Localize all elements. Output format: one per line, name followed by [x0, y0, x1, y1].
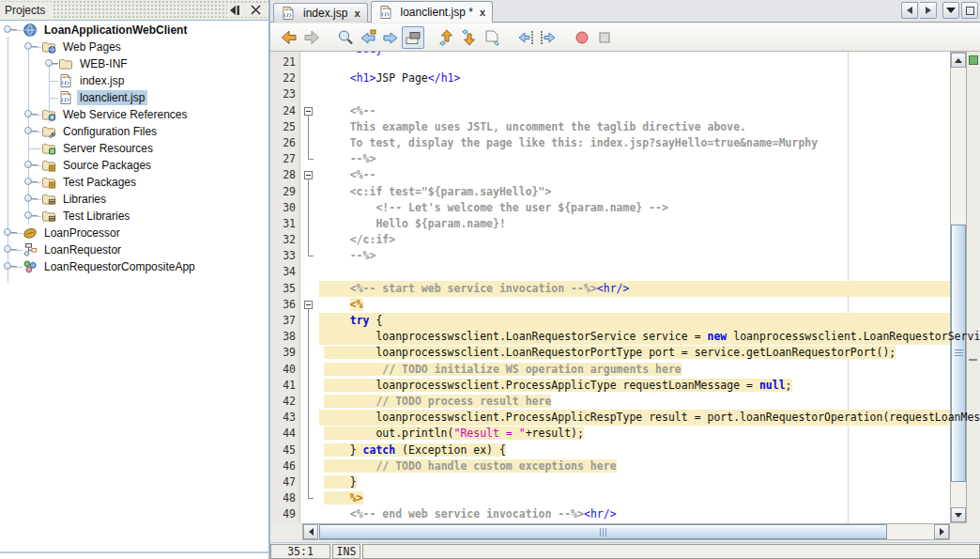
scroll-up-button[interactable]	[951, 53, 966, 68]
minimize-panel-icon[interactable]	[227, 4, 242, 17]
tree-item-loanrequestorcompositeapp[interactable]: LoanRequestorCompositeApp	[0, 258, 268, 275]
status-bar: 35:1 INS	[270, 542, 980, 559]
code-line-text: loanprocesswsclient.ProcessApplicRespTyp…	[324, 410, 980, 426]
back-button[interactable]	[278, 26, 300, 49]
tree-item-label: LoanRequestorCompositeApp	[41, 259, 198, 274]
code-line-25: 25 This example uses JSTL, uncomment the…	[270, 119, 950, 135]
code-line-49: 49 <%-- end web service invocation --%><…	[270, 506, 950, 522]
netbeans-window: Projects LoanApplicationWebClientWeb Pag…	[0, 0, 980, 559]
tree-expand-handle-icon[interactable]	[4, 245, 18, 255]
start-macro-recording-button[interactable]	[571, 26, 593, 49]
scroll-tabs-right-button[interactable]	[920, 2, 937, 19]
toggle-bookmark-button[interactable]	[481, 26, 503, 49]
code-line-45: 45 } catch (Exception ex) {	[270, 443, 950, 458]
scroll-down-button[interactable]	[951, 507, 966, 522]
tree-expand-handle-icon[interactable]	[24, 211, 38, 221]
scroll-right-button[interactable]	[934, 524, 949, 539]
folder-icon	[58, 56, 73, 71]
projects-panel-title: Projects	[0, 2, 53, 19]
tree-item-web-service-references[interactable]: Web Service References	[0, 106, 268, 123]
tree-item-web-inf[interactable]: WEB-INF	[0, 55, 268, 72]
tree-expand-handle-icon[interactable]	[24, 161, 38, 170]
find-previous-button[interactable]	[357, 26, 379, 49]
shift-line-right-button[interactable]	[537, 26, 559, 49]
editor-tab-index.jsp[interactable]: index.jspx	[273, 3, 368, 23]
folder-webservice-icon	[41, 107, 56, 122]
code-line-23: 23	[270, 86, 950, 102]
close-tab-icon[interactable]: x	[480, 7, 485, 18]
shift-line-left-button[interactable]	[514, 26, 537, 49]
find-next-button[interactable]	[379, 26, 402, 49]
code-fold-column	[301, 232, 319, 248]
close-tab-icon[interactable]: x	[354, 8, 360, 19]
tree-expand-handle-icon[interactable]	[24, 127, 38, 136]
code-line-text: <%-- end web service invocation --%><hr/…	[324, 506, 617, 522]
close-panel-icon[interactable]	[248, 4, 263, 17]
composite-icon	[23, 259, 38, 274]
tree-item-label: LoanRequestor	[41, 242, 124, 257]
tree-item-loanapplicationwebclient[interactable]: LoanApplicationWebClient	[0, 22, 268, 39]
horizontal-scrollbar[interactable]	[302, 523, 950, 540]
status-message-cell	[362, 544, 980, 559]
toggle-highlight-search-button[interactable]	[402, 26, 424, 49]
line-number: 48	[270, 490, 296, 506]
tree-expand-handle-icon[interactable]	[45, 59, 59, 69]
tree-item-loanrequestor[interactable]: LoanRequestor	[0, 241, 268, 258]
tab-list-dropdown-button[interactable]	[942, 2, 959, 19]
tab-label: index.jsp	[303, 7, 347, 20]
line-number: 38	[270, 329, 296, 345]
horizontal-scrollbar-thumb[interactable]	[319, 524, 887, 539]
code-fold-column[interactable]	[301, 103, 319, 119]
tree-expand-handle-icon[interactable]	[4, 25, 18, 35]
line-number: 44	[270, 426, 296, 442]
code-fold-column	[301, 264, 319, 280]
tree-expand-handle-icon[interactable]	[24, 194, 38, 204]
tree-item-test-packages[interactable]: Test Packages	[0, 174, 268, 191]
vertical-scrollbar[interactable]	[950, 52, 967, 523]
tree-item-configuration-files[interactable]: Configuration Files	[0, 123, 268, 140]
tree-item-label: loanclient.jsp	[77, 90, 147, 105]
tree-item-source-packages[interactable]: Source Packages	[0, 157, 268, 174]
code-line-text: loanprocesswsclient.LoanRequestorService…	[324, 329, 980, 345]
code-fold-column[interactable]	[301, 167, 319, 183]
vertical-scrollbar-thumb[interactable]	[951, 225, 966, 482]
scroll-left-button[interactable]	[303, 524, 318, 539]
maximize-editor-button[interactable]	[961, 2, 978, 19]
tree-expand-handle-icon[interactable]	[4, 228, 18, 238]
tree-item-loanclient-jsp[interactable]: loanclient.jsp	[0, 89, 268, 106]
tree-expand-handle-icon[interactable]	[24, 178, 38, 187]
tree-item-web-pages[interactable]: Web Pages	[0, 39, 268, 55]
folder-libraries-icon	[41, 209, 56, 224]
code-line-40: 40 // TODO initialize WS operation argum…	[270, 362, 950, 378]
next-bookmark-button[interactable]	[458, 26, 481, 49]
tree-expand-handle-icon[interactable]	[24, 42, 38, 52]
tree-expand-handle-icon[interactable]	[4, 262, 18, 272]
code-editor-viewport[interactable]: 21 <body>22 <h1>JSP Page</h1>2324 <%--25…	[270, 52, 980, 523]
tree-item-server-resources[interactable]: Server Resources	[0, 140, 268, 157]
forward-button[interactable]	[300, 26, 323, 49]
code-line-30: 30 <!-- Let's welcome the user ${param.n…	[270, 200, 950, 216]
line-number: 32	[270, 232, 296, 248]
jsp-file-icon	[281, 6, 296, 21]
diagram-icon	[23, 242, 38, 257]
tree-item-index-jsp[interactable]: index.jsp	[0, 72, 268, 89]
tree-expand-handle-icon[interactable]	[24, 110, 38, 119]
code-fold-column[interactable]	[301, 297, 319, 313]
projects-tree[interactable]: LoanApplicationWebClientWeb PagesWEB-INF…	[0, 22, 268, 553]
code-line-text: --%>	[324, 248, 375, 264]
stop-macro-recording-button[interactable]	[593, 26, 616, 49]
line-number: 39	[270, 345, 296, 361]
previous-bookmark-button[interactable]	[436, 26, 458, 49]
line-number: 31	[270, 216, 296, 232]
tree-item-loanprocessor[interactable]: LoanProcessor	[0, 225, 268, 241]
tree-item-test-libraries[interactable]: Test Libraries	[0, 208, 268, 225]
line-number: 43	[270, 410, 296, 426]
scroll-tabs-left-button[interactable]	[901, 2, 918, 19]
code-line-text: </c:if>	[324, 232, 395, 248]
editor-tab-loanclient.jsp-[interactable]: loanclient.jsp *x	[371, 1, 494, 23]
code-line-27: 27 --%>	[270, 151, 950, 167]
tree-item-libraries[interactable]: Libraries	[0, 191, 268, 208]
find-selection-button[interactable]	[334, 26, 357, 49]
projects-panel-header: Projects	[0, 0, 268, 21]
code-line-text: } catch (Exception ex) {	[324, 443, 506, 458]
